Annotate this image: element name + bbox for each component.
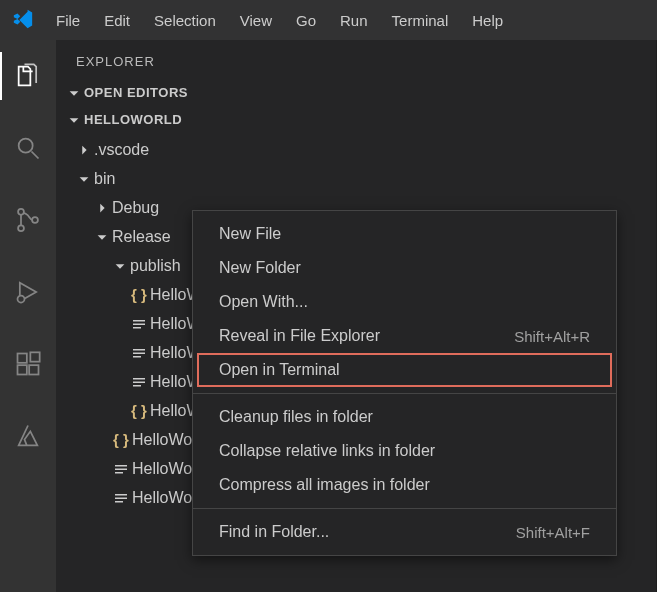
activity-run-debug[interactable] (4, 268, 52, 316)
svg-rect-11 (133, 327, 141, 329)
svg-point-1 (18, 209, 24, 215)
context-menu-item[interactable]: Reveal in File ExplorerShift+Alt+R (193, 319, 616, 353)
tree-item-label: Debug (112, 199, 159, 217)
context-menu-item[interactable]: Open in Terminal (197, 353, 612, 387)
context-menu-item-label: Open in Terminal (219, 361, 340, 379)
menu-run[interactable]: Run (330, 6, 378, 35)
context-menu-item[interactable]: Open With... (193, 285, 616, 319)
svg-rect-21 (115, 494, 127, 496)
context-menu-item[interactable]: Compress all images in folder (193, 468, 616, 502)
context-menu-item-label: New Folder (219, 259, 301, 277)
context-menu-item-label: Cleanup files in folder (219, 408, 373, 426)
context-menu-item-label: Collapse relative links in folder (219, 442, 435, 460)
file-icon (128, 316, 150, 332)
workspace-label: HELLOWORLD (84, 112, 182, 127)
context-menu-separator (193, 393, 616, 394)
context-menu-shortcut: Shift+Alt+F (516, 524, 590, 541)
svg-rect-8 (30, 352, 39, 361)
tree-item-label: publish (130, 257, 181, 275)
chevron-down-icon (110, 259, 130, 273)
vscode-logo-icon (12, 8, 34, 33)
activity-search[interactable] (4, 124, 52, 172)
file-icon (128, 345, 150, 361)
file-icon (110, 461, 132, 477)
menu-view[interactable]: View (230, 6, 282, 35)
svg-point-4 (18, 296, 25, 303)
activity-extensions[interactable] (4, 340, 52, 388)
svg-rect-13 (133, 352, 145, 354)
explorer-title: EXPLORER (56, 40, 656, 79)
tree-item-label: .vscode (94, 141, 149, 159)
workspace-section[interactable]: HELLOWORLD (56, 106, 656, 133)
context-menu-item[interactable]: New Folder (193, 251, 616, 285)
menu-selection[interactable]: Selection (144, 6, 226, 35)
menu-terminal[interactable]: Terminal (382, 6, 459, 35)
open-editors-section[interactable]: OPEN EDITORS (56, 79, 656, 106)
menu-go[interactable]: Go (286, 6, 326, 35)
file-icon (110, 490, 132, 506)
activity-explorer[interactable] (4, 52, 52, 100)
context-menu-item[interactable]: Cleanup files in folder (193, 400, 616, 434)
context-menu-shortcut: Shift+Alt+R (514, 328, 590, 345)
context-menu: New FileNew FolderOpen With...Reveal in … (192, 210, 617, 556)
json-icon: { } (110, 431, 132, 448)
menu-edit[interactable]: Edit (94, 6, 140, 35)
context-menu-item-label: Find in Folder... (219, 523, 329, 541)
context-menu-item-label: Open With... (219, 293, 308, 311)
context-menu-item[interactable]: Collapse relative links in folder (193, 434, 616, 468)
context-menu-separator (193, 508, 616, 509)
chevron-down-icon (74, 172, 94, 186)
file-icon (128, 374, 150, 390)
svg-rect-15 (133, 378, 145, 380)
activity-bar (0, 40, 56, 592)
menu-file[interactable]: File (46, 6, 90, 35)
svg-rect-12 (133, 349, 145, 351)
folder-row[interactable]: bin (56, 164, 656, 193)
context-menu-item-label: Reveal in File Explorer (219, 327, 380, 345)
tree-item-label: Release (112, 228, 171, 246)
svg-point-3 (32, 217, 38, 223)
menu-help[interactable]: Help (462, 6, 513, 35)
activity-source-control[interactable] (4, 196, 52, 244)
svg-point-2 (18, 225, 24, 231)
activity-azure[interactable] (4, 412, 52, 460)
svg-rect-5 (18, 354, 27, 363)
folder-row[interactable]: .vscode (56, 135, 656, 164)
svg-rect-17 (133, 385, 141, 387)
svg-rect-14 (133, 356, 141, 358)
svg-rect-6 (18, 365, 27, 374)
svg-rect-23 (115, 501, 123, 503)
svg-rect-16 (133, 381, 145, 383)
title-bar: File Edit Selection View Go Run Terminal… (0, 0, 657, 40)
svg-rect-19 (115, 468, 127, 470)
svg-rect-9 (133, 320, 145, 322)
svg-rect-18 (115, 465, 127, 467)
tree-item-label: bin (94, 170, 115, 188)
chevron-down-icon (92, 230, 112, 244)
svg-point-0 (19, 139, 33, 153)
svg-rect-7 (29, 365, 38, 374)
open-editors-label: OPEN EDITORS (84, 85, 188, 100)
context-menu-item-label: Compress all images in folder (219, 476, 430, 494)
chevron-right-icon (74, 143, 94, 157)
context-menu-item[interactable]: New File (193, 217, 616, 251)
chevron-down-icon (64, 113, 84, 127)
svg-rect-22 (115, 497, 127, 499)
context-menu-item-label: New File (219, 225, 281, 243)
chevron-down-icon (64, 86, 84, 100)
svg-rect-20 (115, 472, 123, 474)
svg-rect-10 (133, 323, 145, 325)
context-menu-item[interactable]: Find in Folder...Shift+Alt+F (193, 515, 616, 549)
json-icon: { } (128, 286, 150, 303)
chevron-right-icon (92, 201, 112, 215)
json-icon: { } (128, 402, 150, 419)
